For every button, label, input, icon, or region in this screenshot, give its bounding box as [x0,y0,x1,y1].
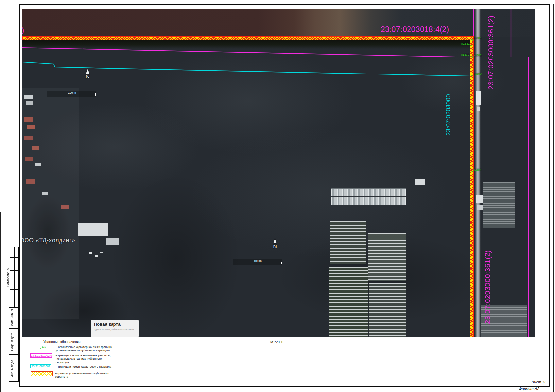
stamp-inv-box: Инв. N подл. [9,354,19,382]
scale-bar-label: 100 m [233,259,282,263]
vertex-point-dot [471,56,473,58]
legend-text: сервитута [56,361,111,364]
vertex-point-label: н1331 [461,42,470,45]
vertex-point-label: н1301 [474,36,482,40]
vertex-point-dot [471,39,473,41]
stamp-line [14,247,15,308]
scale-bar: 100 m [233,259,282,265]
stamp-line [10,270,19,271]
sheet-edge-bottom [0,391,555,391]
map-scale-label: М1:2000 [270,340,283,344]
north-arrow-icon [273,239,277,243]
legend-parcel-box: 23:31:0801002:9 [30,353,52,358]
north-arrow: N [271,239,279,249]
stamp-line [10,289,19,290]
sheet-format: Формат А2 [519,387,539,391]
legend-item-quarter: – граница и номер кадастрового квартала [56,365,111,368]
stamp-inv-label: Инв. N подл. [9,355,14,382]
parcel-label-top: 23:07:0203018:4(2) [381,25,449,34]
legend-servitude-swatch [31,371,53,376]
clipped-parcel-label: ) [22,26,24,35]
north-letter: N [84,74,91,79]
legend-item-point: – обозначение характерной точки границы … [56,345,112,352]
vertex-point-dot [471,75,473,76]
vertex-layer: н1301н1331н1330н1302н1303н1304 [22,9,535,337]
legend-text: – обозначение характерной точки границы [56,345,112,349]
sheet-edge-left [0,212,1,392]
parcel-label-right-bottom: 23:07:0203000:361(2) [483,257,492,324]
sheet-number: Лист 76 [531,380,546,384]
vertex-point-label: н1302 [474,54,482,57]
stamp-line [10,257,19,258]
scale-bar-label: 100 m [47,91,96,94]
sheet-edge-right [553,4,554,392]
scale-bar: 100 m [47,91,96,97]
legend-item-parcels: – границы и номера земельных участков, п… [56,354,111,364]
quarter-label: 23:07:0203000 [445,90,452,136]
stamp-approved-box: Согласовано [5,247,19,307]
vertex-point-dot [471,171,473,172]
north-arrow-icon [86,69,89,74]
cadastral-map: Новая карта Здесь можно добавить описани… [22,9,535,337]
north-letter: N [271,244,279,249]
legend-text: – граница и номер кадастрового квартала [56,365,111,368]
stamp-podp-label: Подп. и дата [9,329,14,355]
parcel-label-right-top: 23:07:0203000:361(2) [487,23,495,90]
vertex-point-label: н1304 [473,168,481,171]
stamp-line [14,308,14,329]
vertex-point-dot [470,45,472,46]
north-arrow: N [84,69,91,79]
stamp-line [14,329,14,355]
company-watermark: ООО «ТД-холдинг» [22,237,75,244]
stamp-vzam-box: Взам. инв. N [9,307,19,328]
stamp-approved-label: Согласовано [5,247,10,308]
stamp-vzam-label: Взам. инв. N [9,308,14,329]
legend-text: сервитута [55,375,109,378]
legend-item-servitude: – границы устанавливаемого публичного се… [55,372,109,379]
legend-text: – границы устанавливаемого публичного [55,372,109,375]
legend-text: попадающих в границу публичного [56,357,111,360]
stamp-line [10,247,10,308]
vertex-point-label: н1303 [474,72,482,75]
legend-title: Условные обозначения: [43,340,81,344]
legend-point-icon [40,348,41,350]
legend-point-number: 101 [42,345,46,348]
stamp-podp-box: Подп. и дата [9,328,19,354]
legend-text: устанавливаемого публичного сервитута [56,349,112,352]
legend-quarter-box: 23:31:0801002 [30,364,51,368]
vertex-point-label: н1330 [461,53,469,56]
stamp-line [14,355,14,382]
legend-text: – границы и номера земельных участков, [56,354,111,357]
